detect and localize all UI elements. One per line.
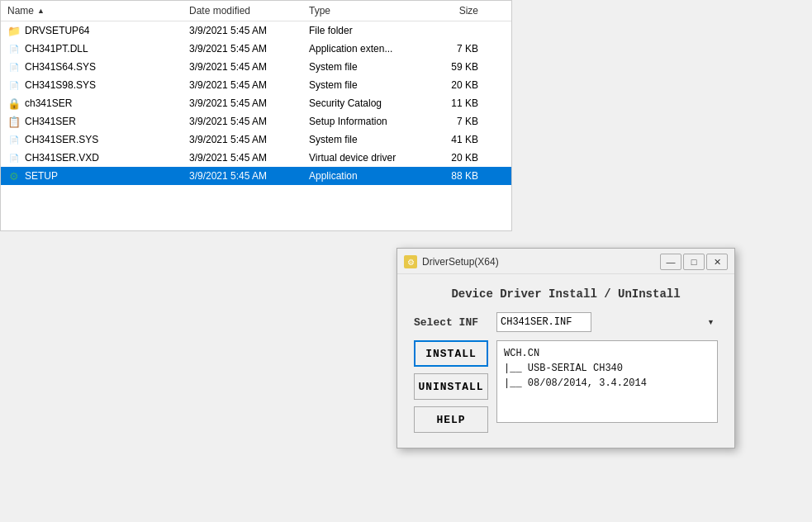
file-date: 3/9/2021 5:45 AM: [183, 115, 302, 128]
file-date: 3/9/2021 5:45 AM: [183, 169, 302, 183]
table-row[interactable]: 📄 CH341S98.SYS 3/9/2021 5:45 AM System f…: [1, 76, 511, 94]
file-icon: 📄: [7, 133, 21, 146]
file-date: 3/9/2021 5:45 AM: [183, 42, 302, 55]
dialog-content: Device Driver Install / UnInstall Select…: [397, 274, 734, 448]
dialog-title: DriverSetup(X64): [422, 256, 655, 268]
minimize-button[interactable]: —: [660, 254, 681, 270]
file-size: 7 KB: [422, 115, 488, 128]
file-size: 20 KB: [422, 151, 488, 164]
file-name: ch341SER: [25, 97, 72, 109]
file-type: Security Catalog: [302, 97, 422, 110]
dialog-titlebar: ⚙ DriverSetup(X64) — □ ✕: [397, 249, 734, 274]
file-size: 7 KB: [422, 42, 488, 55]
file-name: SETUP: [25, 170, 58, 182]
col-header-size[interactable]: Size: [422, 2, 488, 19]
uninstall-button[interactable]: UNINSTALL: [414, 373, 488, 400]
file-type: Setup Information: [302, 115, 422, 128]
file-type: System file: [302, 133, 422, 146]
file-name: CH341SER: [25, 116, 76, 127]
file-name: CH341SER.VXD: [25, 152, 99, 164]
file-size: [422, 30, 488, 31]
col-header-name[interactable]: Name ▲: [1, 2, 183, 19]
file-type: File folder: [302, 24, 422, 37]
close-button[interactable]: ✕: [706, 254, 728, 270]
sort-arrow-icon: ▲: [37, 7, 45, 15]
table-row[interactable]: 📄 CH341SER.VXD 3/9/2021 5:45 AM Virtual …: [1, 149, 511, 167]
file-icon: 📄: [7, 151, 21, 164]
table-row[interactable]: 🔒 ch341SER 3/9/2021 5:45 AM Security Cat…: [1, 94, 511, 112]
file-name: CH341SER.SYS: [25, 134, 98, 145]
file-date: 3/9/2021 5:45 AM: [183, 78, 302, 92]
inf-select-wrapper: CH341SER.INF: [496, 312, 718, 332]
file-date: 3/9/2021 5:45 AM: [183, 151, 302, 164]
file-size: 11 KB: [422, 97, 488, 110]
file-date: 3/9/2021 5:45 AM: [183, 133, 302, 146]
table-row[interactable]: ⚙ SETUP 3/9/2021 5:45 AM Application 88 …: [1, 167, 511, 185]
file-date: 3/9/2021 5:45 AM: [183, 24, 302, 37]
file-icon: 🔒: [7, 97, 21, 110]
file-type: Application: [302, 169, 422, 183]
table-row[interactable]: 📄 CH341S64.SYS 3/9/2021 5:45 AM System f…: [1, 58, 511, 76]
file-type: Application exten...: [302, 42, 422, 55]
file-name: CH341S64.SYS: [25, 61, 96, 73]
file-type: Virtual device driver: [302, 151, 422, 164]
file-explorer: Name ▲ Date modified Type Size 📁 DRVSETU…: [0, 0, 512, 231]
file-type: System file: [302, 60, 422, 74]
table-row[interactable]: 📁 DRVSETUP64 3/9/2021 5:45 AM File folde…: [1, 21, 511, 40]
dialog-body: INSTALL UNINSTALL HELP WCH.CN|__ USB-SER…: [414, 340, 718, 433]
table-row[interactable]: 📋 CH341SER 3/9/2021 5:45 AM Setup Inform…: [1, 112, 511, 130]
select-inf-label: Select INF: [414, 316, 496, 329]
file-list: 📁 DRVSETUP64 3/9/2021 5:45 AM File folde…: [1, 21, 511, 185]
install-button[interactable]: INSTALL: [414, 340, 488, 367]
file-name: CH341S98.SYS: [25, 79, 96, 91]
output-box: WCH.CN|__ USB-SERIAL CH340 |__ 08/08/201…: [496, 340, 718, 423]
file-size: 59 KB: [422, 60, 488, 74]
select-inf-row: Select INF CH341SER.INF: [414, 312, 718, 332]
file-icon: ⚙: [7, 169, 21, 183]
file-icon: 📄: [7, 60, 21, 74]
file-date: 3/9/2021 5:45 AM: [183, 60, 302, 74]
col-header-date[interactable]: Date modified: [183, 2, 302, 19]
file-name: DRVSETUP64: [25, 25, 89, 36]
column-headers: Name ▲ Date modified Type Size: [1, 1, 511, 21]
file-icon: 📋: [7, 115, 21, 128]
maximize-button[interactable]: □: [683, 254, 705, 270]
file-size: 20 KB: [422, 78, 488, 92]
help-button[interactable]: HELP: [414, 406, 488, 433]
action-buttons: INSTALL UNINSTALL HELP: [414, 340, 488, 433]
table-row[interactable]: 📄 CH341SER.SYS 3/9/2021 5:45 AM System f…: [1, 130, 511, 149]
file-icon: 📄: [7, 42, 21, 55]
dialog-heading: Device Driver Install / UnInstall: [414, 287, 718, 301]
table-row[interactable]: 📄 CH341PT.DLL 3/9/2021 5:45 AM Applicati…: [1, 40, 511, 58]
file-icon: 📄: [7, 78, 21, 92]
col-header-type[interactable]: Type: [302, 2, 422, 19]
file-type: System file: [302, 78, 422, 92]
file-date: 3/9/2021 5:45 AM: [183, 97, 302, 110]
file-icon: 📁: [7, 24, 21, 37]
dialog-icon: ⚙: [404, 255, 417, 268]
file-name: CH341PT.DLL: [25, 43, 88, 55]
file-size: 41 KB: [422, 133, 488, 146]
file-size: 88 KB: [422, 169, 488, 183]
inf-select[interactable]: CH341SER.INF: [496, 312, 591, 332]
window-controls: — □ ✕: [660, 254, 728, 270]
driver-setup-dialog: ⚙ DriverSetup(X64) — □ ✕ Device Driver I…: [397, 248, 735, 448]
